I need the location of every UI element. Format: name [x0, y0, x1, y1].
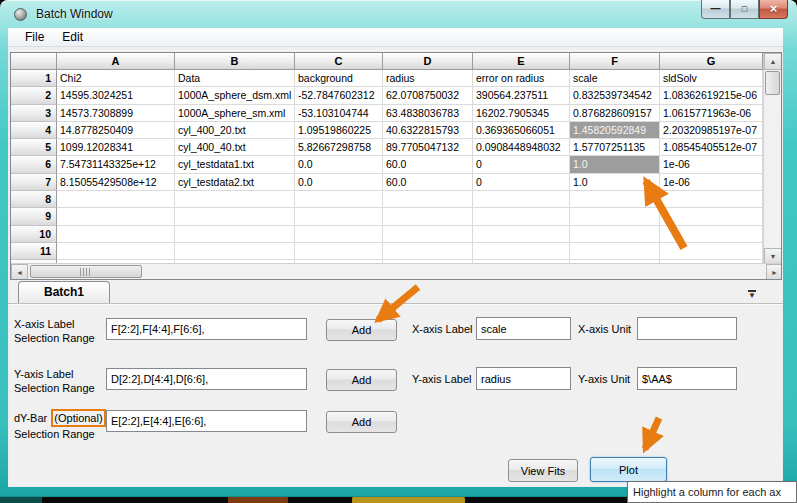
cell-D6[interactable]: 60.0: [383, 156, 473, 173]
cell-A3[interactable]: 14573.7308899: [57, 105, 175, 122]
cell-E9[interactable]: [473, 208, 570, 225]
cell-A11[interactable]: [57, 243, 175, 260]
cell-B7[interactable]: cyl_testdata2.txt: [175, 174, 295, 191]
cell-C11[interactable]: [295, 243, 383, 260]
cell-F7[interactable]: 1.0: [570, 174, 660, 191]
cell-B5[interactable]: cyl_400_40.txt: [175, 139, 295, 156]
cell-F3[interactable]: 0.876828609157: [570, 105, 660, 122]
cell-E1[interactable]: error on radius: [473, 70, 570, 87]
cell-G11[interactable]: [660, 243, 763, 260]
row-header-6[interactable]: 6: [11, 156, 57, 173]
cell-D3[interactable]: 63.4838036783: [383, 105, 473, 122]
tab-list-button[interactable]: ▼: [742, 287, 762, 301]
cell-A4[interactable]: 14.8778250409: [57, 122, 175, 139]
row-header-7[interactable]: 7: [11, 174, 57, 191]
cell-A2[interactable]: 14595.3024251: [57, 87, 175, 104]
cell-F5[interactable]: 1.57707251135: [570, 139, 660, 156]
vertical-scroll-thumb[interactable]: [765, 71, 780, 95]
row-header-5[interactable]: 5: [11, 139, 57, 156]
cell-E11[interactable]: [473, 243, 570, 260]
y-axis-selection-input[interactable]: [106, 368, 307, 390]
cell-B3[interactable]: 1000A_sphere_sm.xml: [175, 105, 295, 122]
cell-G8[interactable]: [660, 191, 763, 208]
cell-C8[interactable]: [295, 191, 383, 208]
cell-D9[interactable]: [383, 208, 473, 225]
cell-A7[interactable]: 8.15055429508e+12: [57, 174, 175, 191]
cell-D11[interactable]: [383, 243, 473, 260]
cell-F1[interactable]: scale: [570, 70, 660, 87]
cell-E2[interactable]: 390564.237511: [473, 87, 570, 104]
cell-C2[interactable]: -52.7847602312: [295, 87, 383, 104]
cell-F9[interactable]: [570, 208, 660, 225]
cell-B4[interactable]: cyl_400_20.txt: [175, 122, 295, 139]
maximize-button[interactable]: □: [730, 0, 759, 19]
x-axis-add-button[interactable]: Add: [326, 319, 397, 341]
x-axis-label-input[interactable]: [476, 317, 571, 340]
cell-B8[interactable]: [175, 191, 295, 208]
cell-F2[interactable]: 0.832539734542: [570, 87, 660, 104]
cell-A5[interactable]: 1099.12028341: [57, 139, 175, 156]
cell-B9[interactable]: [175, 208, 295, 225]
row-header-11[interactable]: 11: [11, 243, 57, 260]
cell-F8[interactable]: [570, 191, 660, 208]
dy-bar-selection-input[interactable]: [106, 410, 307, 432]
cell-A10[interactable]: [57, 226, 175, 243]
title-bar[interactable]: Batch Window: [0, 0, 797, 28]
cell-C5[interactable]: 5.82667298758: [295, 139, 383, 156]
cell-E3[interactable]: 16202.7905345: [473, 105, 570, 122]
cell-D4[interactable]: 40.6322815793: [383, 122, 473, 139]
cell-G7[interactable]: 1e-06: [660, 174, 763, 191]
y-axis-unit-input[interactable]: [637, 367, 737, 390]
x-axis-selection-input[interactable]: [106, 318, 307, 340]
column-header-C[interactable]: C: [295, 53, 383, 70]
close-button[interactable]: ×: [759, 0, 788, 19]
minimize-button[interactable]: —: [701, 0, 730, 19]
cell-D8[interactable]: [383, 191, 473, 208]
cell-B10[interactable]: [175, 226, 295, 243]
cell-E8[interactable]: [473, 191, 570, 208]
cell-G6[interactable]: 1e-06: [660, 156, 763, 173]
cell-D2[interactable]: 62.0708750032: [383, 87, 473, 104]
horizontal-scroll-track[interactable]: [144, 264, 766, 279]
cell-C10[interactable]: [295, 226, 383, 243]
menu-file[interactable]: File: [16, 29, 53, 45]
cell-D10[interactable]: [383, 226, 473, 243]
vertical-scrollbar[interactable]: ▲ ▼: [763, 53, 781, 265]
scroll-left-button[interactable]: ◄: [11, 264, 28, 280]
y-axis-add-button[interactable]: Add: [326, 369, 397, 391]
cell-A8[interactable]: [57, 191, 175, 208]
cell-C4[interactable]: 1.09519860225: [295, 122, 383, 139]
x-axis-unit-input[interactable]: [637, 317, 737, 340]
column-header-E[interactable]: E: [473, 53, 570, 70]
cell-G1[interactable]: sldSolv: [660, 70, 763, 87]
cell-F11[interactable]: [570, 243, 660, 260]
cell-B6[interactable]: cyl_testdata1.txt: [175, 156, 295, 173]
view-fits-button[interactable]: View Fits: [508, 459, 578, 482]
cell-A1[interactable]: Chi2: [57, 70, 175, 87]
cell-G4[interactable]: 2.20320985197e-07: [660, 122, 763, 139]
horizontal-scrollbar[interactable]: ◄ ►: [11, 263, 782, 279]
cell-E4[interactable]: 0.369365066051: [473, 122, 570, 139]
column-header-A[interactable]: A: [57, 53, 175, 70]
column-header-D[interactable]: D: [383, 53, 473, 70]
cell-C7[interactable]: 0.0: [295, 174, 383, 191]
grid-corner[interactable]: [11, 53, 57, 70]
cell-F4[interactable]: 1.45820592849: [570, 122, 660, 139]
cell-A6[interactable]: 7.54731143325e+12: [57, 156, 175, 173]
menu-edit[interactable]: Edit: [53, 29, 92, 45]
cell-C6[interactable]: 0.0: [295, 156, 383, 173]
scroll-up-button[interactable]: ▲: [764, 53, 782, 70]
column-header-F[interactable]: F: [570, 53, 660, 70]
row-header-3[interactable]: 3: [11, 105, 57, 122]
cell-C1[interactable]: background: [295, 70, 383, 87]
column-header-B[interactable]: B: [175, 53, 295, 70]
cell-D1[interactable]: radius: [383, 70, 473, 87]
column-header-G[interactable]: G: [660, 53, 763, 70]
row-header-8[interactable]: 8: [11, 191, 57, 208]
cell-G5[interactable]: 1.08545405512e-07: [660, 139, 763, 156]
row-header-1[interactable]: 1: [11, 70, 57, 87]
cell-E7[interactable]: 0: [473, 174, 570, 191]
cell-A9[interactable]: [57, 208, 175, 225]
cell-E10[interactable]: [473, 226, 570, 243]
cell-D5[interactable]: 89.7705047132: [383, 139, 473, 156]
